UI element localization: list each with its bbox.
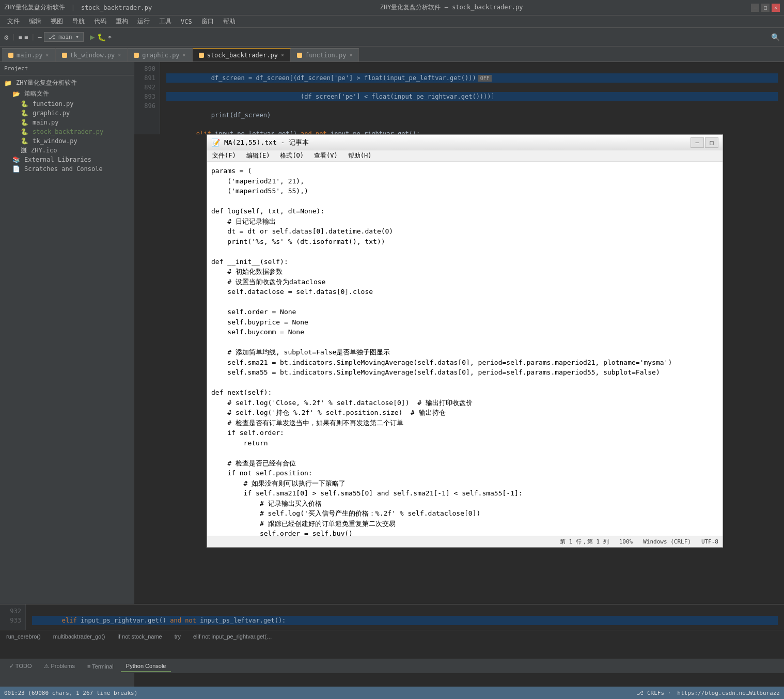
file-icon	[8, 53, 13, 58]
tree-item-stock_backtrader-py[interactable]: 🐍stock_backtrader.py	[0, 127, 134, 136]
footer-tab---todo[interactable]: ✓ TODO	[4, 661, 37, 672]
title-bar-left: ZHY量化复盘分析软件 | stock_backtrader.py	[4, 3, 152, 12]
menu-item-VCS[interactable]: VCS	[177, 17, 196, 26]
menu-item-工具[interactable]: 工具	[155, 16, 176, 27]
run-tab-run-cerebro--[interactable]: run_cerebro()	[0, 630, 47, 643]
tab-stock_backtrader-py[interactable]: stock_backtrader.py×	[193, 48, 291, 61]
toolbar-optimize-icon[interactable]: ≡	[24, 34, 28, 41]
menu-bar: 文件编辑视图导航代码重构运行工具VCS窗口帮助	[0, 15, 784, 28]
toolbar-reformat-icon[interactable]: ≡	[19, 34, 22, 41]
status-git: ⎇ CRLFs ·	[637, 690, 671, 696]
file-icon	[199, 53, 204, 58]
menu-item-视图[interactable]: 视图	[46, 16, 67, 27]
footer-tab-python-console[interactable]: Python Console	[121, 661, 171, 672]
tree-item-zhy-ico[interactable]: 🖼ZHY.ico	[0, 146, 134, 155]
title-bar-controls: – □ ✕	[751, 4, 780, 12]
notepad-line-ending: Windows (CRLF)	[643, 538, 691, 545]
notepad-menu-格式(O)[interactable]: 格式(O)	[275, 150, 309, 161]
tab-label: main.py	[17, 52, 43, 59]
notepad-content[interactable]: params = ( ('maperiod21', 21), ('maperio…	[207, 162, 723, 536]
notepad-menu-编辑(E)[interactable]: 编辑(E)	[241, 150, 275, 161]
toolbar-settings-icon[interactable]: ⚙	[4, 33, 8, 41]
branch-icon: ⎇	[49, 34, 59, 40]
tab-close-button[interactable]: ×	[281, 52, 284, 58]
tree-item-scratches-and-console[interactable]: 📄Scratches and Console	[0, 164, 134, 174]
tree-item-策略文件[interactable]: 📂策略文件	[0, 88, 134, 99]
notepad-maximize-button[interactable]: □	[705, 137, 718, 148]
tab-bar: main.py×tk_window.py×graphic.py×stock_ba…	[0, 46, 784, 62]
tab-close-button[interactable]: ×	[183, 52, 186, 58]
line-numbers-top: 890 891 892 893 896	[134, 62, 160, 134]
notepad-menu-查看(V)[interactable]: 查看(V)	[309, 150, 343, 161]
tree-item-external-libraries[interactable]: 📚External Libraries	[0, 155, 134, 164]
sidebar-header: Project	[0, 62, 134, 75]
tab-graphic-py[interactable]: graphic.py×	[128, 48, 192, 61]
tree-item-main-py[interactable]: 🐍main.py	[0, 118, 134, 127]
lib-icon: 📚	[12, 156, 20, 163]
code-content-top[interactable]: df_screen = df_screen[(df_screen['pe'] >…	[160, 62, 784, 134]
tree-item-label: main.py	[33, 119, 59, 126]
footer-tab---problems[interactable]: ⚠ Problems	[39, 661, 80, 672]
tree-item-label: ZHY.ico	[31, 147, 57, 154]
run-tab-multibacktrader-go--[interactable]: multibacktrader_go()	[47, 630, 112, 643]
tab-main-py[interactable]: main.py×	[2, 48, 56, 61]
notepad-minimize-button[interactable]: –	[691, 137, 704, 148]
bottom-code-content[interactable]: elif input_ps_rightvar.get() and not inp…	[26, 604, 784, 630]
code-view-top: 890 891 892 893 896 df_screen = df_scree…	[134, 62, 784, 134]
tree-item-label: External Libraries	[24, 156, 91, 163]
notepad-menu-文件(F)[interactable]: 文件(F)	[207, 150, 241, 161]
tree-item-graphic-py[interactable]: 🐍graphic.py	[0, 108, 134, 118]
coverage-button[interactable]: ☂	[108, 34, 112, 41]
menu-item-代码[interactable]: 代码	[90, 16, 111, 27]
notepad-menu-帮助(H)[interactable]: 帮助(H)	[343, 150, 377, 161]
branch-selector[interactable]: ⎇ main ▾	[44, 32, 84, 42]
menu-item-导航[interactable]: 导航	[68, 16, 89, 27]
menu-item-帮助[interactable]: 帮助	[219, 16, 240, 27]
notepad-window: 📝 MA(21,55).txt - 记事本 – □ 文件(F)编辑(E)格式(O…	[207, 134, 723, 548]
maximize-button[interactable]: □	[761, 4, 770, 12]
menu-item-编辑[interactable]: 编辑	[25, 16, 45, 27]
tree-item-tk_window-py[interactable]: 🐍tk_window.py	[0, 136, 134, 146]
file-icon	[62, 53, 67, 58]
notepad-icon: 📝	[211, 138, 220, 147]
menu-item-窗口[interactable]: 窗口	[197, 16, 218, 27]
close-button[interactable]: ✕	[772, 4, 780, 12]
run-tab-try[interactable]: try	[168, 630, 187, 643]
debug-button[interactable]: 🐛	[97, 33, 106, 41]
py-icon: 🐍	[21, 110, 28, 117]
run-button[interactable]: ▶	[90, 32, 95, 42]
notepad-menu: 文件(F)编辑(E)格式(O)查看(V)帮助(H)	[207, 150, 723, 162]
toolbar-divider1: |	[11, 34, 15, 41]
tree-item-label: tk_window.py	[33, 137, 77, 145]
tree-item-zhy量化复盘分析软件[interactable]: 📁ZHY量化复盘分析软件	[0, 77, 134, 88]
tree-item-function-py[interactable]: 🐍function.py	[0, 99, 134, 108]
menu-item-文件[interactable]: 文件	[3, 16, 24, 27]
footer-tab-bar: ✓ TODO⚠ Problems≡ TerminalPython Console	[0, 659, 784, 673]
title-bar-title: ZHY量化复盘分析软件 – stock_backtrader.py	[152, 3, 751, 12]
menu-item-运行[interactable]: 运行	[133, 16, 154, 27]
bottom-code-area: 932 933 elif input_ps_rightvar.get() and…	[0, 604, 784, 630]
file-icon	[134, 53, 139, 58]
root-icon: 📁	[4, 80, 12, 87]
file-icon	[297, 53, 302, 58]
run-tab-elif-not-input-pe-rightvar-get--[interactable]: elif not input_pe_rightvar.get(…	[187, 630, 278, 643]
footer-tab---terminal[interactable]: ≡ Terminal	[82, 661, 119, 672]
search-button[interactable]: 🔍	[771, 33, 780, 41]
app-name: ZHY量化复盘分析软件	[4, 3, 65, 12]
tab-label: stock_backtrader.py	[207, 52, 278, 59]
run-tab-if-not-stock-name[interactable]: if not stock_name	[112, 630, 168, 643]
bottom-line-numbers: 932 933	[0, 604, 26, 630]
tab-function-py[interactable]: function.py×	[291, 48, 359, 61]
tab-tk_window-py[interactable]: tk_window.py×	[56, 48, 128, 61]
tab-close-button[interactable]: ×	[46, 52, 49, 58]
menu-item-重构[interactable]: 重构	[112, 16, 132, 27]
run-tabs-panel: run_cerebro()multibacktrader_go()if not …	[0, 630, 784, 659]
py-icon: 🐍	[21, 128, 28, 135]
minimize-button[interactable]: –	[751, 4, 759, 12]
toolbar-minus-icon[interactable]: –	[38, 34, 41, 41]
tab-close-button[interactable]: ×	[118, 52, 121, 58]
tree-item-label: function.py	[33, 100, 73, 107]
tab-close-button[interactable]: ×	[349, 52, 352, 58]
notepad-title-label: MA(21,55).txt - 记事本	[224, 138, 309, 147]
tab-label: tk_window.py	[70, 52, 115, 59]
